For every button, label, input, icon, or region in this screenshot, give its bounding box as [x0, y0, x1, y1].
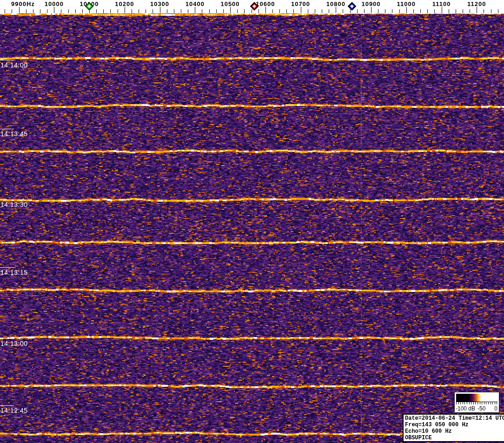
ruler-tick [343, 9, 343, 13]
ruler-tick [230, 7, 231, 13]
ruler-tick [216, 9, 217, 13]
ruler-tick [181, 9, 181, 13]
freq-scale-label: 11000 [397, 0, 416, 7]
ruler-tick [188, 9, 188, 13]
ruler-tick [413, 9, 414, 13]
ruler-tick [244, 9, 245, 13]
freq-scale-label: 10300 [150, 0, 169, 7]
ruler-tick [12, 9, 12, 13]
ruler-tick [420, 9, 421, 13]
ruler-tick [202, 9, 202, 13]
ruler-tick [19, 7, 20, 13]
ruler-tick [125, 7, 125, 13]
ruler-tick [265, 7, 266, 13]
ruler-tick [118, 9, 118, 13]
db-scale-labels: -100 dB -50 0 [455, 405, 499, 412]
ruler-tick [315, 9, 315, 13]
db-scale-ticks [456, 402, 497, 404]
waterfall-display[interactable] [0, 13, 504, 443]
ruler-tick [174, 9, 174, 13]
ruler-tick [286, 9, 287, 13]
info-line-freq: Freq=143 050 000 Hz [405, 422, 504, 428]
ruler-tick [223, 9, 224, 13]
ruler-tick [293, 9, 294, 13]
ruler-tick [5, 9, 5, 13]
ruler-tick [392, 9, 392, 13]
ruler-tick [427, 9, 428, 13]
ruler-tick [434, 9, 435, 13]
ruler-tick [195, 7, 195, 13]
ruler-tick [139, 9, 139, 13]
ruler-tick [33, 9, 33, 13]
ruler-tick [132, 9, 132, 13]
ruler-tick [470, 9, 470, 13]
freq-scale-label: 10900 [361, 0, 380, 7]
ruler-tick [491, 9, 491, 13]
freq-scale-label: 10500 [220, 0, 239, 7]
ruler-tick [75, 9, 76, 13]
ruler-tick [47, 9, 47, 13]
ruler-tick [449, 9, 449, 13]
ruler-tick [26, 9, 27, 13]
db-label-mid: -50 [477, 405, 485, 412]
ruler-tick [301, 7, 301, 13]
ruler-tick [160, 7, 160, 13]
ruler-tick [498, 9, 498, 13]
ruler-tick [357, 9, 358, 13]
ruler-tick [153, 9, 153, 13]
ruler-tick [456, 9, 456, 13]
db-label-max: 0 [494, 405, 497, 412]
ruler-tick [167, 9, 167, 13]
ruler-tick [96, 9, 97, 13]
db-gradient-bar [456, 394, 497, 402]
info-line-station: OBSUPICE [405, 435, 504, 441]
ruler-tick [406, 7, 407, 13]
freq-scale-label: 10600 [256, 0, 275, 7]
marker-center-dot [87, 5, 91, 8]
ruler-tick [477, 7, 477, 13]
ruler-tick [54, 7, 54, 13]
ruler-tick [40, 9, 40, 13]
freq-unit-label: Hz [27, 0, 35, 7]
ruler-tick [463, 9, 463, 13]
db-label-min: -100 dB [456, 405, 475, 412]
ruler-tick [103, 9, 104, 13]
freq-scale-label: 10800 [326, 0, 345, 7]
marker-center-dot [252, 5, 256, 8]
freq-scale-label: 11100 [432, 0, 451, 7]
ruler-tick [272, 9, 273, 13]
ruler-tick [336, 7, 336, 13]
ruler-tick [61, 9, 61, 13]
db-color-legend: -100 dB -50 0 [454, 392, 499, 413]
ruler-tick [308, 9, 308, 13]
marker-center-dot [351, 5, 354, 8]
ruler-tick [329, 9, 329, 13]
waterfall-app-window: 9900100001010010200103001040010500106001… [0, 0, 504, 443]
ruler-tick [279, 9, 280, 13]
ruler-tick [259, 9, 259, 13]
blue-diamond-marker[interactable] [348, 2, 356, 10]
info-line-echo: Echo=10 600 Hz [405, 428, 504, 435]
ruler-tick [110, 9, 111, 13]
ruler-tick [399, 9, 400, 13]
freq-scale-label: 10000 [45, 0, 64, 7]
freq-scale-label: 10700 [291, 0, 310, 7]
ruler-tick [385, 9, 385, 13]
freq-scale-label: 9900 [11, 0, 27, 7]
ruler-tick [252, 9, 252, 13]
observation-info-box: Date=2014-06-24 Time=12:14 UTC Freq=143 … [403, 414, 504, 442]
ruler-tick [484, 9, 484, 13]
ruler-tick [68, 9, 69, 13]
freq-scale-label: 10200 [115, 0, 134, 7]
ruler-tick [237, 9, 238, 13]
ruler-tick [364, 9, 365, 13]
frequency-ruler[interactable]: 9900100001010010200103001040010500106001… [0, 0, 504, 13]
ruler-tick [82, 9, 83, 13]
ruler-tick [442, 7, 442, 13]
ruler-tick [378, 9, 378, 13]
ruler-tick [209, 9, 210, 13]
ruler-tick [322, 9, 322, 13]
freq-scale-label: 11200 [467, 0, 486, 7]
ruler-tick [350, 9, 351, 13]
freq-scale-label: 10400 [186, 0, 205, 7]
